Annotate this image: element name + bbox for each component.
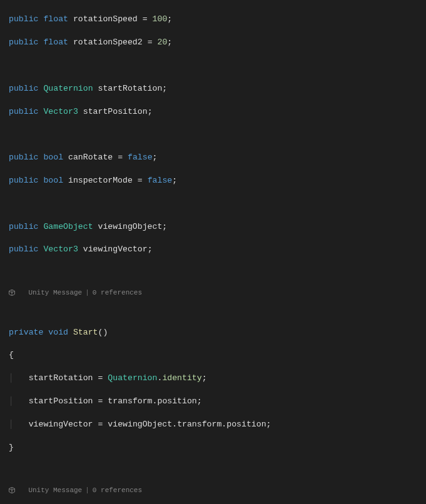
code-line: public bool canRotate = false; bbox=[9, 152, 426, 163]
keyword: float bbox=[43, 14, 68, 24]
code-line: │ viewingVector = viewingObject.transfor… bbox=[9, 419, 426, 430]
method-name: Start bbox=[73, 328, 98, 337]
codelens-unity-message[interactable]: Unity Message bbox=[28, 486, 82, 495]
codelens-references[interactable]: 0 references bbox=[93, 288, 142, 298]
type-name: Quaternion bbox=[43, 84, 93, 93]
code-editor: public float rotationSpeed = 100; public… bbox=[0, 0, 426, 504]
code-line: │ startPosition = transform.position; bbox=[9, 396, 426, 407]
code-line: public Vector3 startPosition; bbox=[9, 106, 426, 118]
code-line: public float rotationSpeed2 = 20; bbox=[9, 37, 426, 48]
codelens-unity-message[interactable]: Unity Message bbox=[28, 288, 82, 298]
number-literal: 100 bbox=[153, 14, 168, 24]
code-line: public float rotationSpeed = 100; bbox=[9, 14, 426, 25]
code-line: private void Start() bbox=[9, 327, 426, 338]
code-line: public Quaternion startRotation; bbox=[9, 83, 426, 94]
keyword: public bbox=[9, 14, 38, 24]
code-line: } bbox=[9, 442, 426, 453]
codelens-references[interactable]: 0 references bbox=[93, 486, 142, 495]
identifier: rotationSpeed bbox=[73, 14, 138, 24]
unity-cube-icon bbox=[9, 468, 25, 504]
codelens[interactable]: Unity Message | 0 references bbox=[9, 271, 426, 315]
codelens-separator: | bbox=[85, 288, 89, 298]
codelens[interactable]: Unity Message | 0 references bbox=[9, 468, 426, 504]
code-line: public GameObject viewingObject; bbox=[9, 221, 426, 233]
code-line: public bool inspectorMode = false; bbox=[9, 175, 426, 186]
code-line: │ startRotation = Quaternion.identity; bbox=[9, 373, 426, 384]
member: identity bbox=[162, 373, 201, 383]
code-line: { bbox=[9, 350, 426, 361]
codelens-separator: | bbox=[85, 486, 89, 495]
unity-cube-icon bbox=[9, 271, 25, 315]
code-line: public Vector3 viewingVector; bbox=[9, 244, 426, 255]
